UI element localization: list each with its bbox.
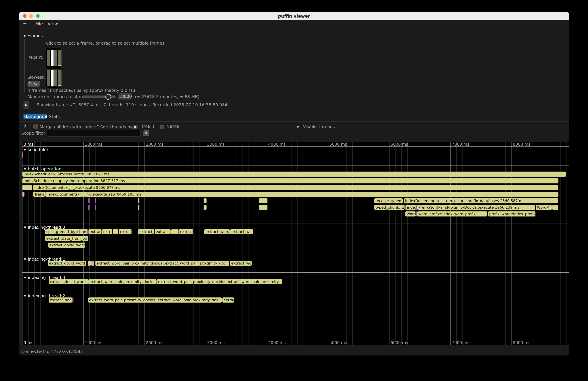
scope-bar[interactable]: extract_wo: [230, 261, 252, 266]
recent-frames-thumbnail[interactable]: [46, 48, 62, 69]
clear-button[interactable]: Clear: [27, 81, 40, 87]
scope-bar[interactable]: extrac: [222, 297, 234, 303]
thread-header-scheduler[interactable]: ▼scheduler: [24, 147, 48, 152]
scope-bar[interactable]: extract_docid_word: [49, 279, 88, 284]
scope-bar[interactable]: extract_word_pair_proximity_docids::extr…: [157, 279, 282, 284]
scope-bar[interactable]: IndexDocuments<_, _>::execute_prefix_dat…: [404, 198, 558, 203]
slowest-label: Slowest:: [27, 75, 45, 80]
scope-bar[interactable]: extract_wo: [230, 229, 253, 234]
scope-bar[interactable]: [88, 205, 89, 210]
scope-bar[interactable]: extract_word_pair_proximity_docids: [88, 279, 157, 284]
window-title: puffin viewer: [19, 14, 569, 19]
scope-bar[interactable]: extrac: [119, 229, 132, 234]
scope-bar[interactable]: [552, 205, 558, 210]
scope-bar[interactable]: receive_typed_: [374, 198, 403, 203]
frame-bar-sliver: [58, 65, 61, 66]
collapse-triangle-icon: ▼: [24, 294, 26, 297]
visible-threads-header[interactable]: ▶ Visible Threads: [297, 124, 335, 129]
screen: puffin viewer ☀ FileView ▼Frames Click t…: [0, 0, 588, 381]
scope-bar[interactable]: [259, 205, 268, 210]
scope-bar[interactable]: extract::data_from_ob: [45, 236, 88, 241]
scope-bar[interactable]: [22, 185, 32, 190]
collapse-triangle-icon: ▼: [24, 276, 26, 279]
scope-bar[interactable]: [416, 205, 417, 210]
scope-bar[interactable]: [259, 198, 268, 203]
scope-bar[interactable]: [72, 297, 74, 303]
scope-filter-input[interactable]: [47, 130, 141, 137]
sort-option-time[interactable]: Time↓: [133, 125, 155, 128]
scope-bar[interactable]: IndexDocuments<_, _>::execute_raw 8459.1…: [45, 192, 558, 197]
scope-bar[interactable]: [138, 198, 139, 203]
titlebar[interactable]: puffin viewer: [19, 12, 569, 20]
frame-bar: [51, 70, 54, 86]
scope-bar[interactable]: IndexScheduler>::process_batch 8953.821 …: [22, 171, 566, 177]
thread-header-batch-operation[interactable]: ▼batch-operation: [24, 167, 62, 171]
frames-section-header[interactable]: ▼Frames: [23, 33, 43, 38]
scope-bar[interactable]: prefix_word::index_prefix_wo: [488, 211, 535, 216]
scope-bar[interactable]: IndexScheduler>::apply_index_operation 8…: [22, 178, 558, 183]
menu-item-file[interactable]: File: [36, 21, 43, 26]
menubar: ☀ FileView: [19, 20, 569, 28]
scope-bar[interactable]: [88, 198, 89, 203]
scope-bar[interactable]: [204, 205, 207, 210]
scope-bar[interactable]: [405, 205, 406, 210]
scope-bar[interactable]: [416, 211, 417, 216]
scope-bar[interactable]: [138, 205, 139, 210]
scope-bar[interactable]: extract_docid_word: [48, 243, 85, 248]
divider: [33, 101, 33, 109]
scope-bar[interactable]: extract_docid_word: [48, 261, 86, 266]
radio-time[interactable]: [133, 125, 138, 129]
sort-option-label: Time: [140, 124, 150, 129]
play-button[interactable]: ▶: [23, 101, 29, 109]
scope-bar[interactable]: extract: [88, 229, 102, 234]
clear-filter-button[interactable]: x: [143, 130, 149, 136]
scope-bar[interactable]: split_grenad_by_chun: [45, 229, 87, 234]
scope-bar[interactable]: [204, 198, 207, 203]
menu-item-view[interactable]: View: [48, 21, 58, 26]
scope-bar[interactable]: [89, 198, 90, 203]
flamegraph-canvas[interactable]: 0 ms0 ms1000 ms1000 ms2000 ms2000 ms3000…: [22, 142, 569, 345]
scope-bar[interactable]: [87, 229, 88, 234]
radio-name[interactable]: [160, 125, 165, 129]
scope-bar[interactable]: extract_word: [204, 229, 230, 234]
scope-bar[interactable]: IndexDocuments<_, _>::execute 8656.677 m…: [33, 185, 558, 190]
time-tick-top: 7000 ms: [452, 142, 469, 147]
scope-bar[interactable]: extract_: [138, 229, 154, 234]
help-button[interactable]: ?: [24, 124, 26, 129]
tab-flamegraph[interactable]: Flamegraph: [23, 114, 46, 119]
scope-bar[interactable]: extract_word_pair_proximity_docids::extr…: [88, 297, 222, 303]
scope-bar[interactable]: extract_doc: [49, 297, 72, 303]
theme-toggle-icon[interactable]: ☀: [23, 21, 27, 26]
thread-section-divider: [22, 272, 569, 273]
scope-bar[interactable]: [88, 261, 91, 266]
scope-bar[interactable]: [113, 229, 118, 234]
scope-bar[interactable]: extract: [179, 229, 193, 234]
scope-bar[interactable]: [95, 205, 96, 210]
scope-bar[interactable]: Trans: [33, 192, 45, 197]
scope-bar[interactable]: index: [406, 205, 416, 210]
scope-bar[interactable]: [171, 229, 179, 234]
sort-option-name[interactable]: Name: [160, 125, 179, 128]
scope-bar[interactable]: extra: [102, 229, 112, 234]
tab-stats[interactable]: Stats: [48, 114, 61, 119]
sort-direction-arrow-icon: ↓: [152, 124, 155, 129]
time-tick-top: 1000 ms: [85, 142, 102, 147]
merge-children-checkbox[interactable]: [33, 124, 38, 129]
frame-bar: [47, 70, 50, 86]
slowest-frames-thumbnail[interactable]: [46, 69, 62, 88]
time-tick-bottom: 0 ms: [23, 340, 33, 345]
scope-bar[interactable]: extract_word_pair_proximity_docids::extr…: [95, 261, 229, 266]
scope-bar[interactable]: extract_: [155, 229, 171, 234]
scope-bar[interactable]: word_prefix::index_word_prefix_: [417, 211, 487, 216]
scope-bar[interactable]: [22, 192, 24, 197]
scope-bar[interactable]: typed_chunk::w: [374, 205, 405, 210]
scope-bar[interactable]: [22, 152, 23, 158]
max-frames-slider-knob[interactable]: [105, 94, 111, 100]
scope-bar[interactable]: Word: [405, 211, 416, 216]
scope-bar[interactable]: PrefixWordPairsProximityDocids::execute …: [417, 205, 535, 210]
scope-bar[interactable]: WordPr: [536, 205, 552, 210]
max-frames-value[interactable]: 18000: [119, 93, 132, 100]
scope-bar[interactable]: [91, 261, 94, 266]
scope-bar[interactable]: [89, 205, 90, 210]
scope-bar[interactable]: [95, 198, 96, 203]
